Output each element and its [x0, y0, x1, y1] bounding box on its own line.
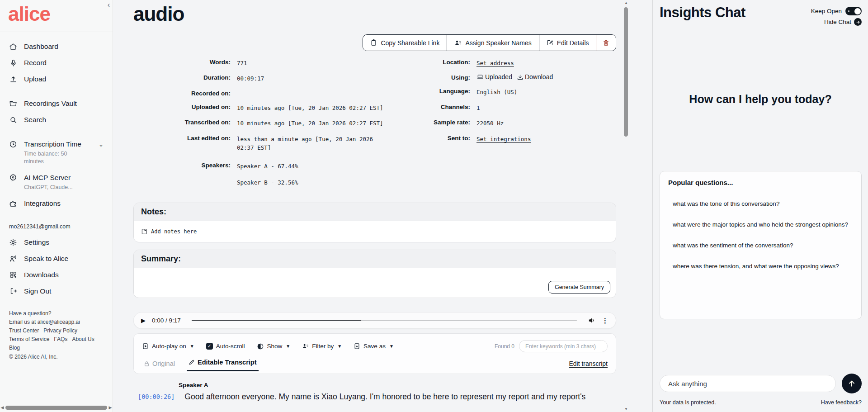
popular-questions-card: Popular questions... what was the tone o… [660, 171, 862, 319]
feedback-link[interactable]: Have feedback? [821, 399, 862, 406]
generate-summary-button[interactable]: Generate Summary [548, 281, 610, 294]
scroll-down-icon[interactable]: ▼ [623, 407, 629, 411]
tab-original[interactable]: Original [142, 360, 177, 371]
found-count: Found 0 [495, 343, 514, 350]
chat-input[interactable] [660, 375, 836, 392]
sidebar-item-label: AI MCP Server [24, 174, 104, 182]
sidebar-item-label: Upload [24, 75, 46, 83]
privacy-policy-link[interactable]: Privacy Policy [43, 327, 77, 335]
home-icon [9, 43, 17, 51]
popular-questions-title: Popular questions... [668, 179, 853, 186]
volume-icon[interactable] [588, 317, 595, 324]
detail-row-speaker-a: Speakers:Speaker A - 67.44% [133, 162, 432, 170]
sidebar-item-upload[interactable]: Upload [0, 71, 113, 87]
trust-center-link[interactable]: Trust Center [9, 327, 39, 335]
sidebar-item-integrations[interactable]: Integrations [0, 195, 113, 212]
scrollbar-thumb[interactable] [624, 7, 628, 137]
summary-title: Summary: [134, 250, 616, 268]
scroll-up-icon[interactable]: ▲ [623, 1, 629, 5]
assign-speaker-names-button[interactable]: Assign Speaker Names [447, 35, 539, 51]
chat-title: Insights Chat [660, 5, 745, 21]
set-address-link[interactable]: Set address [476, 59, 514, 67]
player-progress-bar[interactable] [192, 320, 577, 321]
play-button[interactable]: ▶ [141, 317, 146, 324]
tab-editable-transcript[interactable]: Editable Transcript [187, 359, 259, 371]
sidebar-item-label: Sign Out [24, 287, 51, 295]
notes-placeholder: Add notes here [151, 228, 197, 235]
sidebar-horizontal-scrollbar[interactable]: ◀ ▶ [0, 405, 113, 410]
download-link[interactable]: Download [525, 73, 553, 81]
scroll-left-icon[interactable]: ◀ [0, 405, 5, 410]
detail-row-speaker-b: Speaker B - 32.56% [133, 178, 432, 187]
detail-row-words: Words:771 [133, 59, 432, 67]
terms-link[interactable]: Terms of Service [9, 335, 49, 344]
toggle-dot [848, 10, 849, 12]
popular-question[interactable]: what was the sentiment of the conversati… [673, 242, 853, 249]
toolbar-label: Filter by [312, 343, 334, 350]
delete-recording-button[interactable] [596, 35, 616, 51]
hide-chat-label: Hide Chat [824, 19, 851, 25]
player-menu-icon[interactable]: ⋮ [602, 317, 609, 325]
chevron-down-icon[interactable]: ⌄ [99, 141, 104, 148]
person-list-icon [454, 39, 462, 47]
about-us-link[interactable]: About Us [72, 335, 94, 344]
show-dropdown[interactable]: Show▼ [257, 343, 291, 350]
collapse-sidebar-icon[interactable]: ‹ [108, 1, 110, 9]
sidebar-item-settings[interactable]: Settings [0, 234, 113, 251]
save-as-dropdown[interactable]: Save as▼ [354, 343, 394, 350]
button-label: Edit Details [557, 39, 589, 47]
detail-row-uploaded-on: Uploaded on:10 minutes ago [Tue, 20 Jan … [133, 104, 432, 112]
detail-row-last-edited: Last edited on:less than a minute ago [T… [133, 135, 432, 152]
sidebar-item-dashboard[interactable]: Dashboard [0, 38, 113, 55]
main-content: audio Copy Shareable Link Assign Speaker… [113, 0, 623, 412]
sidebar-item-label: Record [24, 59, 47, 67]
timestamp-link[interactable]: [00:00:26] [138, 393, 175, 400]
scrollbar-thumb[interactable] [5, 406, 107, 410]
data-protected-text: Your data is protected. [660, 399, 716, 406]
add-notes-area[interactable]: Add notes here [134, 221, 616, 242]
summary-card: Summary: Generate Summary [133, 250, 616, 298]
sidebar-item-recordings-vault[interactable]: Recordings Vault [0, 95, 113, 112]
sidebar-item-sign-out[interactable]: Sign Out [0, 283, 113, 299]
scroll-right-icon[interactable]: ▶ [108, 405, 113, 410]
caret-down-icon: ▼ [190, 344, 194, 349]
sidebar-item-ai-mcp-server[interactable]: AI MCP Server ChatGPT, Claude... [0, 170, 113, 195]
send-button[interactable] [842, 374, 862, 393]
keyword-search-input[interactable] [519, 340, 608, 352]
player-progress-fill [192, 320, 361, 321]
set-integrations-link[interactable]: Set integrations [476, 135, 531, 143]
popular-question[interactable]: what was the tone of this conversation? [673, 200, 853, 207]
popular-question[interactable]: where was there tension, and what were t… [673, 263, 853, 270]
user-email: mo2612341@gmail.com [0, 212, 113, 232]
arrow-up-icon [847, 379, 856, 388]
blog-link[interactable]: Blog [9, 344, 20, 352]
autoscroll-toggle[interactable]: ✓ Auto-scroll [206, 343, 245, 350]
sidebar-item-speak-to-alice[interactable]: Speak to Alice [0, 251, 113, 267]
microphone-icon [9, 59, 17, 67]
sidebar-item-record[interactable]: Record [0, 55, 113, 71]
gear-icon [9, 238, 17, 246]
insights-chat-panel: Insights Chat Keep Open Hide Chat How ca… [652, 0, 868, 412]
contrast-circle-icon [257, 343, 264, 350]
main-scrollbar[interactable]: ▲ ▼ [623, 0, 629, 412]
autoplay-dropdown[interactable]: Auto-play on▼ [142, 343, 194, 350]
sidebar-item-downloads[interactable]: Downloads [0, 267, 113, 283]
toolbar-label: Show [267, 343, 283, 350]
sidebar-item-label: Recordings Vault [24, 99, 77, 108]
transcript-text[interactable]: Good afternoon everyone. My name is Xiao… [184, 391, 585, 403]
edit-transcript-link[interactable]: Edit transcript [569, 360, 608, 371]
sidebar-item-label: Downloads [24, 271, 59, 279]
hide-chat-button[interactable]: Hide Chat [824, 18, 862, 26]
sidebar-item-search[interactable]: Search [0, 112, 113, 128]
trash-icon [603, 39, 609, 46]
faqs-link[interactable]: FAQs [54, 335, 67, 344]
sidebar-item-transcription-time[interactable]: Transcription Time Time balance: 50 minu… [0, 136, 113, 170]
edit-square-icon [547, 39, 553, 46]
filter-by-dropdown[interactable]: Filter by▼ [302, 343, 342, 350]
edit-details-button[interactable]: Edit Details [539, 35, 597, 51]
caret-down-icon: ▼ [286, 344, 290, 349]
keep-open-toggle[interactable] [845, 7, 862, 15]
alice-logo[interactable]: alice [0, 0, 113, 32]
popular-question[interactable]: what were the major topics and who held … [673, 221, 853, 228]
copy-shareable-link-button[interactable]: Copy Shareable Link [363, 35, 447, 51]
